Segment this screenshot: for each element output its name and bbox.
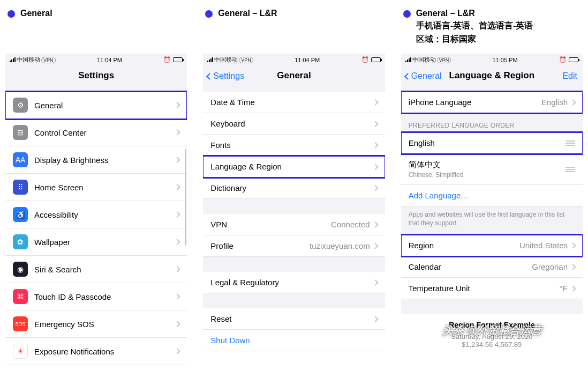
pref-lang-english[interactable]: English <box>401 132 583 154</box>
col3-header: General – L&R 手机语言-英语、首选语言-英语 区域：目标国家 <box>401 5 583 54</box>
settings-row-exposure-notifications[interactable]: ☀Exposure Notifications <box>5 338 187 365</box>
chevron-right-icon <box>175 293 180 299</box>
settings-row-control-center[interactable]: ⊟Control Center <box>5 119 187 146</box>
settings-row-display-brightness[interactable]: AADisplay & Brightness <box>5 146 187 174</box>
settings-row-home-screen[interactable]: ⠿Home Screen <box>5 174 187 201</box>
col2-header: General – L&R <box>203 5 385 54</box>
settings-row-wallpaper[interactable]: ✿Wallpaper <box>5 228 187 256</box>
column-2: General – L&R 中国移动 VPN 11:04 PM ⏰ Settin… <box>203 5 385 370</box>
general-row-language-region[interactable]: Language & Region <box>203 156 385 177</box>
chevron-right-icon <box>175 211 180 217</box>
settings-row-touch-id-passcode[interactable]: ⌘Touch ID & Passcode <box>5 283 187 310</box>
status-time: 11:05 PM <box>493 57 518 63</box>
row-label: Emergency SOS <box>34 320 94 329</box>
general-row-keyboard[interactable]: Keyboard <box>203 113 385 135</box>
chevron-right-icon <box>570 285 576 291</box>
col3-title: General – L&R <box>416 9 533 18</box>
chevron-left-icon <box>206 73 213 80</box>
general-row-reset[interactable]: Reset <box>203 308 385 330</box>
carrier: 中国移动 <box>17 56 40 64</box>
row-label: Temperature Unit <box>409 284 470 293</box>
display-icon: AA <box>13 152 28 167</box>
general-row-legal-regulatory[interactable]: Legal & Regulatory <box>203 272 385 293</box>
back-button[interactable]: Settings <box>207 71 244 81</box>
general-row-vpn[interactable]: VPNConnected <box>203 214 385 235</box>
row-label: Fonts <box>210 140 231 150</box>
nav-bar: Settings General <box>203 66 385 86</box>
phone-language-region: 中国移动 VPN 11:05 PM ⏰ General Language & R… <box>401 54 583 351</box>
row-value: Gregorian <box>532 262 568 271</box>
settings-row-battery[interactable]: ⚡Battery <box>5 365 187 370</box>
nav-title: Language & Region <box>449 70 535 81</box>
status-time: 11:04 PM <box>295 57 320 63</box>
settings-row-siri-search[interactable]: ◉Siri & Search <box>5 256 187 283</box>
row-label: Display & Brightness <box>34 156 108 165</box>
chevron-right-icon <box>175 157 180 162</box>
settings-row-accessibility[interactable]: ♿Accessibility <box>5 201 187 228</box>
back-label: Settings <box>213 71 244 81</box>
battery-icon <box>371 57 381 62</box>
signal-icon <box>405 57 411 62</box>
status-time: 11:04 PM <box>97 57 122 63</box>
bullet-icon <box>7 10 15 18</box>
row-label: Wallpaper <box>34 238 70 247</box>
row-label: Exposure Notifications <box>34 347 114 356</box>
edit-button[interactable]: Edit <box>562 71 577 81</box>
row-sublabel: Chinese, Simplified <box>409 171 464 179</box>
chevron-right-icon <box>175 348 180 354</box>
status-bar: 中国移动 VPN 11:04 PM ⏰ <box>5 54 187 66</box>
region-row-calendar[interactable]: CalendarGregorian <box>401 256 583 278</box>
row-label: English <box>409 138 435 147</box>
chevron-left-icon <box>404 73 411 80</box>
general-row-shut-down[interactable]: Shut Down <box>203 330 385 351</box>
preferred-footer: Apps and websites will use the first lan… <box>401 206 583 235</box>
general-row-dictionary[interactable]: Dictionary <box>203 177 385 199</box>
control-center-icon: ⊟ <box>13 125 28 140</box>
status-bar: 中国移动 VPN 11:05 PM ⏰ <box>401 54 583 66</box>
row-label: Touch ID & Passcode <box>34 292 111 301</box>
back-button[interactable]: General <box>405 71 442 81</box>
reorder-handle-icon[interactable] <box>566 167 575 172</box>
wallpaper-icon: ✿ <box>13 234 28 249</box>
alarm-icon: ⏰ <box>163 56 171 63</box>
siri-icon: ◉ <box>13 262 28 277</box>
vpn-badge-icon: VPN <box>437 57 451 63</box>
general-row-profile[interactable]: Profiletuzixueyuan.com <box>203 235 385 257</box>
column-1: General 中国移动 VPN 11:04 PM ⏰ Settings ⚙Ge… <box>5 5 187 370</box>
general-row-fonts[interactable]: Fonts <box>203 135 385 156</box>
chevron-right-icon <box>372 243 378 249</box>
row-label: Calendar <box>409 262 441 271</box>
chevron-right-icon <box>372 279 378 285</box>
row-label: iPhone Language <box>409 98 472 107</box>
col3-sub1: 手机语言-英语、首选语言-英语 <box>416 20 533 32</box>
general-row-date-time[interactable]: Date & Time <box>203 92 385 113</box>
chevron-right-icon <box>372 121 378 127</box>
chevron-right-icon <box>570 264 576 270</box>
signal-icon <box>10 57 16 62</box>
chevron-right-icon <box>372 142 378 148</box>
nav-title: Settings <box>78 70 114 81</box>
chevron-right-icon <box>372 185 378 191</box>
chevron-right-icon <box>570 99 576 105</box>
sos-icon: SOS <box>13 316 28 331</box>
alarm-icon: ⏰ <box>361 56 369 63</box>
pref-lang--[interactable]: 简体中文Chinese, Simplified <box>401 154 583 185</box>
col2-title: General – L&R <box>218 9 277 18</box>
row-label: Keyboard <box>210 119 245 128</box>
chevron-right-icon <box>175 184 180 190</box>
row-value: °F <box>560 284 568 293</box>
reorder-handle-icon[interactable] <box>566 140 575 146</box>
settings-row-general[interactable]: ⚙General <box>5 92 187 119</box>
region-row-temperature-unit[interactable]: Temperature Unit°F <box>401 278 583 299</box>
vpn-badge-icon: VPN <box>239 57 253 63</box>
carrier: 中国移动 <box>412 56 436 64</box>
chevron-right-icon <box>175 321 180 327</box>
add-language-button[interactable]: Add Language... <box>401 185 583 206</box>
row-value: English <box>541 98 568 107</box>
settings-row-emergency-sos[interactable]: SOSEmergency SOS <box>5 310 187 338</box>
chevron-right-icon <box>175 102 180 108</box>
col1-header: General <box>5 5 187 54</box>
chevron-right-icon <box>372 99 378 105</box>
row-iphone-language[interactable]: iPhone Language English <box>401 92 583 113</box>
region-row-region[interactable]: RegionUnited States <box>401 235 583 256</box>
